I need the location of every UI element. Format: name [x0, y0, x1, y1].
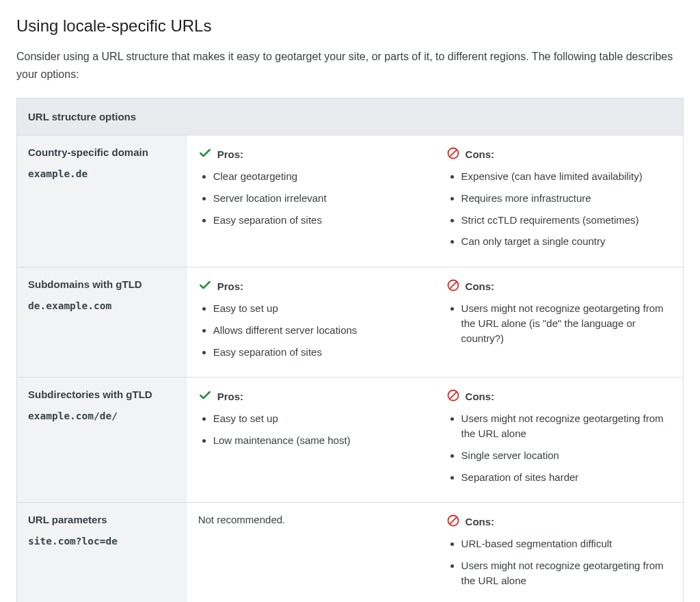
- pros-label: Pros:: [198, 278, 425, 294]
- intro-paragraph: Consider using a URL structure that make…: [16, 48, 684, 83]
- svg-line-1: [449, 150, 457, 157]
- table-row: Subdirectories with gTLDexample.com/de/P…: [17, 378, 684, 503]
- list-item: Easy separation of sites: [213, 345, 425, 360]
- list-item: Low maintenance (same host): [213, 433, 425, 448]
- prohibited-icon: [446, 146, 460, 162]
- pros-plain-text: Not recommended.: [198, 514, 425, 525]
- list-item: Server location irrelevant: [213, 191, 425, 206]
- table-row: Country-specific domainexample.dePros:Cl…: [17, 135, 684, 267]
- list-item: Clear geotargeting: [213, 169, 425, 184]
- cons-label: Cons:: [446, 146, 672, 162]
- row-head: Subdirectories with gTLDexample.com/de/: [17, 378, 187, 503]
- list-item: Can only target a single country: [461, 234, 672, 249]
- list-item: Users might not recognize geotargeting f…: [461, 411, 672, 441]
- cons-list: Expensive (can have limited availability…: [446, 169, 672, 249]
- cons-label-text: Cons:: [466, 516, 495, 527]
- row-head: Country-specific domainexample.de: [17, 135, 187, 267]
- pros-list: Easy to set upLow maintenance (same host…: [198, 411, 425, 448]
- svg-line-5: [449, 392, 457, 400]
- list-item: Users might not recognize geotargeting f…: [461, 558, 672, 588]
- row-head: Subdomains with gTLDde.example.com: [17, 267, 187, 378]
- checkmark-icon: [198, 146, 212, 162]
- pros-cell: Pros:Easy to set upLow maintenance (same…: [187, 378, 435, 503]
- pros-label: Pros:: [198, 389, 425, 404]
- pros-cell: Not recommended.: [187, 503, 435, 602]
- list-item: Users might not recognize geotargeting f…: [461, 301, 672, 345]
- row-head: URL parameterssite.com?loc=de: [17, 503, 187, 602]
- list-item: URL-based segmentation difficult: [461, 536, 672, 551]
- cons-label: Cons:: [446, 389, 672, 404]
- pros-label-text: Pros:: [217, 391, 243, 402]
- list-item: Easy to set up: [213, 301, 425, 316]
- cons-label: Cons:: [446, 278, 672, 294]
- method-name: Country-specific domain: [28, 146, 176, 158]
- pros-list: Easy to set upAllows different server lo…: [198, 301, 425, 359]
- pros-list: Clear geotargetingServer location irrele…: [198, 169, 425, 227]
- table-row: Subdomains with gTLDde.example.comPros:E…: [17, 267, 684, 378]
- method-name: Subdirectories with gTLD: [28, 389, 176, 400]
- cons-cell: Cons:Users might not recognize geotarget…: [435, 267, 684, 378]
- pros-label-text: Pros:: [217, 148, 243, 160]
- cons-label-text: Cons:: [466, 391, 495, 402]
- list-item: Easy to set up: [213, 411, 425, 426]
- list-item: Easy separation of sites: [213, 213, 425, 228]
- list-item: Expensive (can have limited availability…: [461, 169, 672, 184]
- cons-list: URL-based segmentation difficultUsers mi…: [446, 536, 672, 588]
- cons-label: Cons:: [446, 514, 672, 529]
- url-structure-table: URL structure options Country-specific d…: [16, 98, 684, 602]
- list-item: Single server location: [461, 448, 672, 463]
- prohibited-icon: [446, 514, 460, 529]
- pros-label-text: Pros:: [217, 280, 243, 292]
- cons-cell: Cons:Expensive (can have limited availab…: [435, 135, 684, 267]
- prohibited-icon: [446, 278, 460, 294]
- pros-label: Pros:: [198, 146, 425, 162]
- list-item: Separation of sites harder: [461, 470, 672, 485]
- cons-list: Users might not recognize geotargeting f…: [446, 301, 672, 345]
- list-item: Strict ccTLD requirements (sometimes): [461, 213, 672, 228]
- svg-line-7: [449, 517, 457, 525]
- example-url: example.de: [28, 168, 88, 179]
- svg-line-3: [449, 282, 457, 289]
- list-item: Requires more infrastructure: [461, 191, 672, 206]
- table-row: URL parameterssite.com?loc=deNot recomme…: [17, 503, 684, 602]
- page-title: Using locale-specific URLs: [16, 16, 684, 36]
- cons-label-text: Cons:: [466, 148, 495, 160]
- method-name: URL parameters: [28, 514, 176, 525]
- cons-label-text: Cons:: [466, 280, 495, 292]
- table-header: URL structure options: [17, 99, 684, 135]
- pros-cell: Pros:Clear geotargetingServer location i…: [187, 135, 435, 267]
- example-url: example.com/de/: [28, 410, 118, 421]
- list-item: Allows different server locations: [213, 323, 425, 338]
- pros-cell: Pros:Easy to set upAllows different serv…: [187, 267, 435, 378]
- checkmark-icon: [198, 278, 212, 294]
- checkmark-icon: [198, 389, 212, 404]
- example-url: de.example.com: [28, 300, 111, 311]
- cons-list: Users might not recognize geotargeting f…: [446, 411, 672, 484]
- prohibited-icon: [446, 389, 460, 404]
- method-name: Subdomains with gTLD: [28, 278, 176, 290]
- cons-cell: Cons:Users might not recognize geotarget…: [435, 378, 684, 503]
- cons-cell: Cons:URL-based segmentation difficultUse…: [435, 503, 684, 602]
- example-url: site.com?loc=de: [28, 536, 118, 547]
